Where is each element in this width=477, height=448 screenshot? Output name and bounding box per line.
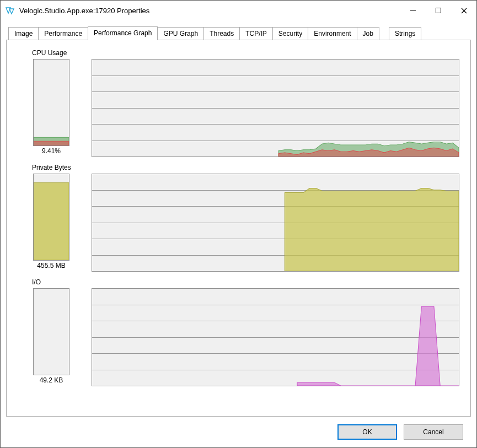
svg-line-2	[462, 8, 467, 13]
mem-mini-graph[interactable]	[33, 174, 69, 261]
titlebar: Velogic.Studio.App.exe:17920 Properties	[1, 1, 476, 20]
section-io: I/O 49.2 KB	[18, 278, 459, 386]
tab-panel-performance-graph: CPU Usage 9.41% Private Bytes	[6, 40, 471, 417]
app-icon	[5, 6, 15, 15]
cpu-history-graph[interactable]	[92, 59, 459, 157]
maximize-button[interactable]	[426, 1, 451, 20]
cpu-mini-graph[interactable]	[33, 59, 69, 146]
section-cpu: CPU Usage 9.41%	[18, 49, 459, 157]
svg-line-3	[462, 8, 467, 13]
properties-window: Velogic.Studio.App.exe:17920 Properties …	[0, 0, 477, 448]
window-title: Velogic.Studio.App.exe:17920 Properties	[19, 7, 400, 15]
mem-title: Private Bytes	[32, 164, 459, 171]
tab-strip: Image Performance Performance Graph GPU …	[6, 26, 471, 40]
tab-performance[interactable]: Performance	[38, 27, 88, 40]
svg-rect-1	[436, 8, 441, 13]
minimize-button[interactable]	[400, 1, 426, 20]
cancel-button[interactable]: Cancel	[404, 424, 463, 440]
tab-strings[interactable]: Strings	[389, 27, 421, 40]
mem-value-label: 455.5 MB	[37, 262, 65, 269]
tab-security[interactable]: Security	[272, 27, 308, 40]
close-button[interactable]	[451, 1, 476, 20]
ok-button[interactable]: OK	[337, 424, 397, 440]
tab-tcpip[interactable]: TCP/IP	[239, 27, 273, 40]
io-history-graph[interactable]	[92, 288, 459, 386]
tab-job[interactable]: Job	[357, 27, 379, 40]
cpu-value-label: 9.41%	[42, 147, 61, 155]
io-title: I/O	[32, 278, 459, 286]
tab-image[interactable]: Image	[8, 27, 39, 40]
io-mini-graph[interactable]	[33, 288, 69, 375]
section-private-bytes: Private Bytes 455.5 MB	[18, 164, 459, 272]
mem-history-graph[interactable]	[92, 174, 459, 272]
cpu-title: CPU Usage	[32, 49, 459, 57]
client-area: Image Performance Performance Graph GPU …	[1, 20, 476, 447]
window-controls	[400, 1, 476, 20]
dialog-buttons: OK Cancel	[6, 417, 471, 447]
tab-performance-graph[interactable]: Performance Graph	[88, 26, 158, 40]
tab-environment[interactable]: Environment	[308, 27, 357, 40]
io-value-label: 49.2 KB	[40, 376, 63, 384]
tab-threads[interactable]: Threads	[203, 27, 240, 40]
tab-gpu-graph[interactable]: GPU Graph	[157, 27, 204, 40]
